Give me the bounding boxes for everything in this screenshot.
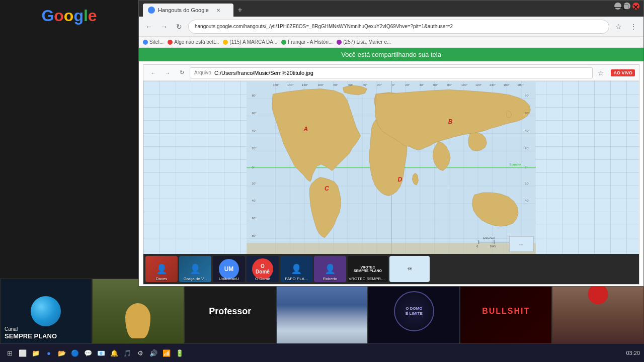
participant-ubao[interactable]: UM UbãoMacU [213, 256, 245, 282]
close-button[interactable]: ✕ [632, 3, 639, 10]
inner-star-button[interactable]: ☆ [595, 67, 607, 79]
bullshit-label: BULLSHIT [482, 307, 530, 316]
bookmark-fra[interactable]: Franqar - A Históri... [281, 39, 333, 45]
taskbar-icon-8[interactable]: 🎵 [122, 347, 133, 358]
inner-browser: ← → ↻ Arquivo C:/Users/franco/Music/Sem%… [143, 64, 639, 285]
participant-graca[interactable]: 👤 Graça de V... [179, 256, 211, 282]
map-svg: 80° 60° 40° 20° 0° 20° 40° 60° 80° 80° 6… [143, 81, 639, 254]
taskbar: ⊞ ⬜ 📁 ● 📂 🔵 💬 📧 🔔 🎵 ⚙ 🔊 📶 🔋 03:20 [0, 344, 644, 362]
panel-professor[interactable]: Professor [184, 279, 276, 344]
tab-bar: Hangouts do Google ✕ + — □ ✕ [139, 1, 643, 17]
inner-toolbar: ← → ↻ Arquivo C:/Users/franco/Music/Sem%… [143, 65, 639, 81]
taskbar-icon-3[interactable]: 📂 [56, 347, 67, 358]
taskbar-icon-11[interactable]: 📶 [161, 347, 172, 358]
svg-text:Equador: Equador [510, 162, 521, 166]
participant-map-thumb[interactable]: 🗺 [389, 256, 430, 282]
inner-url-text: C:/Users/franco/Music/Sem%20titulo.jpg [214, 70, 313, 76]
bookmark-icon3 [223, 40, 228, 45]
bookmark-label5: (257) Lisa, Marier e... [343, 39, 391, 45]
start-button[interactable]: ⊞ [4, 347, 15, 358]
settings-button[interactable]: ⋮ [627, 21, 639, 33]
bookmark-icon2 [168, 40, 173, 45]
svg-text:B: B [448, 118, 453, 125]
bookmark-notif[interactable]: Algo não está bett... [168, 39, 219, 45]
panel-canal-sempre[interactable]: Canal SEMPRE PLANO [0, 279, 92, 344]
professor-label: Professor [209, 306, 251, 317]
participant-vrotec[interactable]: VROTECSEMPRE PLANO VROTEC SEMPRE PLANO [348, 256, 388, 282]
participant-name-roberto: Roberto [315, 277, 345, 281]
panel-person-cockpit[interactable] [92, 279, 184, 344]
svg-text:80°: 80° [334, 83, 339, 86]
inner-address-bar[interactable]: Arquivo C:/Users/franco/Music/Sem%20titu… [190, 67, 593, 78]
svg-text:80°: 80° [252, 234, 257, 237]
panel-mountains[interactable] [276, 279, 368, 344]
bookmark-siteI[interactable]: SiteI... [143, 39, 164, 45]
minimize-button[interactable]: — [614, 3, 621, 10]
chrome-button[interactable]: ● [43, 347, 54, 358]
bookmark-button[interactable]: ☆ [612, 21, 624, 33]
address-bar[interactable]: hangouts.google.com/hangouts/_/ytl/1PH6Z… [188, 20, 609, 34]
bookmark-label4: Franqar - A Históri... [288, 39, 333, 45]
participant-roberto[interactable]: 👤 Roberto [314, 256, 346, 282]
map-area: 80° 60° 40° 20° 0° 20° 40° 60° 80° 80° 6… [143, 81, 639, 254]
svg-text:140°: 140° [287, 83, 294, 86]
participant-name-graca: Graça de V... [180, 277, 210, 281]
bookmark-icon4 [281, 40, 286, 45]
tab-close-button[interactable]: ✕ [215, 7, 222, 14]
inner-forward-button[interactable]: → [162, 67, 174, 79]
svg-text:20°: 20° [377, 83, 382, 86]
bookmark-lira[interactable]: (257) Lisa, Marier e... [337, 39, 391, 45]
svg-text:80°: 80° [447, 83, 452, 86]
bookmark-label2: Algo não está bett... [174, 39, 219, 45]
participant-papo[interactable]: 👤 PAPO PLA... [280, 256, 312, 282]
browser-toolbar: ← → ↻ hangouts.google.com/hangouts/_/ytl… [139, 17, 643, 37]
svg-text:2645: 2645 [490, 245, 496, 248]
panel-red-hood[interactable] [552, 279, 644, 344]
svg-text:20°: 20° [405, 83, 410, 86]
taskbar-icon-4[interactable]: 🔵 [69, 347, 80, 358]
taskbar-icon-5[interactable]: 💬 [83, 347, 94, 358]
panel-label-canal: Canal SEMPRE PLANO [5, 326, 57, 340]
svg-text:40°: 40° [525, 199, 530, 202]
back-button[interactable]: ← [143, 21, 155, 33]
bottom-panels: Canal SEMPRE PLANO Professor O DOMOÉ LIM… [0, 279, 644, 344]
svg-text:20°: 20° [525, 146, 530, 150]
maximize-button[interactable]: □ [623, 3, 630, 10]
file-explorer-button[interactable]: 📁 [30, 347, 41, 358]
active-tab[interactable]: Hangouts do Google ✕ [143, 4, 233, 17]
participant-odome[interactable]: ODomê O Domê [247, 256, 279, 282]
tab-label: Hangouts do Google [158, 7, 209, 13]
participant-name-ubao: UbãoMacU [214, 277, 244, 281]
sharing-banner: Você está compartilhando sua tela [139, 48, 643, 61]
bookmark-roda[interactable]: (115) A MARCA DA... [223, 39, 277, 45]
forward-button[interactable]: → [158, 21, 170, 33]
svg-text:120°: 120° [302, 83, 308, 86]
svg-text:0: 0 [476, 245, 478, 248]
svg-text:80°: 80° [525, 94, 530, 97]
taskbar-icon-7[interactable]: 🔔 [109, 347, 120, 358]
new-tab-button[interactable]: + [233, 4, 247, 17]
svg-text:40°: 40° [525, 129, 530, 132]
inner-refresh-button[interactable]: ↻ [176, 67, 188, 79]
taskbar-icon-12[interactable]: 🔋 [174, 347, 185, 358]
svg-text:60°: 60° [525, 111, 530, 115]
taskbar-icon-6[interactable]: 📧 [96, 347, 107, 358]
svg-text:180°: 180° [517, 83, 524, 86]
inner-back-button[interactable]: ← [147, 67, 159, 79]
svg-text:60°: 60° [252, 216, 257, 220]
taskbar-icon-9[interactable]: ⚙ [135, 347, 146, 358]
panel-bullshit[interactable]: BULLSHIT [460, 279, 552, 344]
google-logo-area: Google [0, 0, 138, 31]
svg-text:40°: 40° [252, 199, 257, 202]
participants-bar: 👤 Daves 👤 Graça de V... UM UbãoMacU ODom… [143, 254, 639, 284]
svg-text:D: D [398, 176, 403, 183]
task-view-button[interactable]: ⬜ [17, 347, 28, 358]
svg-text:40°: 40° [363, 83, 368, 86]
refresh-button[interactable]: ↻ [173, 21, 185, 33]
taskbar-clock: 03:20 [626, 350, 640, 356]
participant-name-vrotec: VROTEC SEMPRE PLANO [349, 277, 387, 281]
taskbar-icon-10[interactable]: 🔊 [148, 347, 159, 358]
participant-daves[interactable]: 👤 Daves [145, 256, 178, 282]
panel-o-dome-logo[interactable]: O DOMOÉ LIMITE [368, 279, 460, 344]
bookmark-icon [143, 40, 148, 45]
